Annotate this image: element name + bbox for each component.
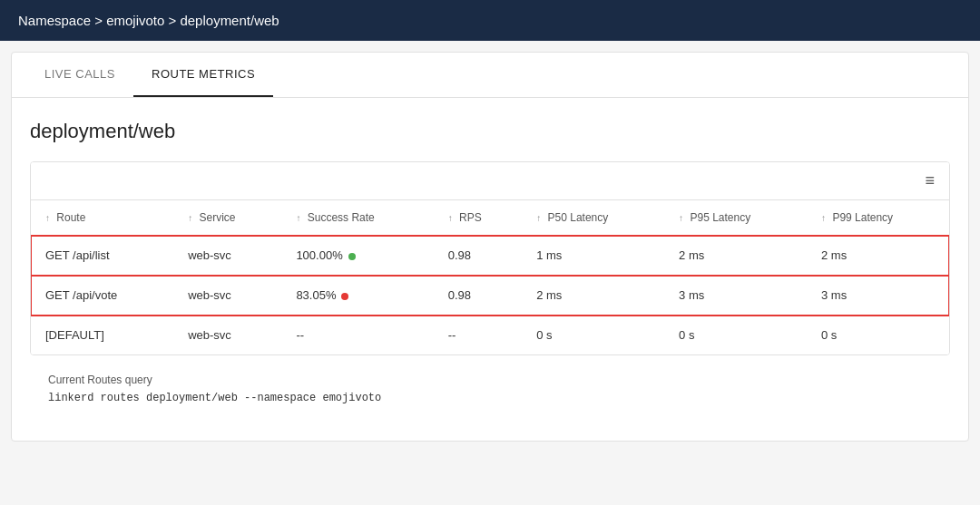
sort-arrow-success-rate: ↑ — [296, 213, 300, 223]
cell-p99: 0 s — [807, 316, 949, 355]
sort-arrow-p95: ↑ — [679, 213, 683, 223]
col-header-success-rate[interactable]: ↑ Success Rate — [281, 200, 433, 236]
filter-icon[interactable]: ≡ — [925, 171, 935, 190]
sort-arrow-p99: ↑ — [821, 213, 826, 223]
cell-p99: 3 ms — [807, 276, 949, 316]
cell-p95: 3 ms — [664, 276, 807, 316]
col-header-rps[interactable]: ↑ RPS — [434, 200, 523, 236]
col-header-p95[interactable]: ↑ P95 Latency — [664, 200, 807, 236]
col-header-p99[interactable]: ↑ P99 Latency — [807, 200, 949, 236]
col-header-route[interactable]: ↑ Route — [31, 200, 173, 236]
status-dot — [348, 253, 356, 260]
cell-service: web-svc — [173, 276, 281, 316]
col-header-p50[interactable]: ↑ P50 Latency — [522, 200, 664, 236]
tab-live-calls[interactable]: LIVE CALLS — [26, 53, 133, 97]
cell-rps: -- — [434, 316, 523, 355]
footer-area: Current Routes query linkerd routes depl… — [30, 355, 950, 419]
cell-p50: 0 s — [522, 316, 664, 355]
breadcrumb-text: Namespace > emojivoto > deployment/web — [18, 13, 279, 28]
cell-p95: 2 ms — [664, 236, 807, 276]
tab-route-metrics[interactable]: ROUTE METRICS — [133, 53, 273, 97]
footer-command: linkerd routes deployment/web --namespac… — [48, 392, 932, 404]
route-metrics-table-container: ≡ ↑ Route ↑ Service ↑ — [30, 161, 950, 355]
table-toolbar: ≡ — [31, 162, 949, 200]
status-dot — [341, 293, 348, 300]
page-title: deployment/web — [30, 120, 950, 143]
route-metrics-table: ↑ Route ↑ Service ↑ Success Rate ↑ — [31, 200, 949, 354]
cell-service: web-svc — [173, 316, 281, 355]
content-area: deployment/web ≡ ↑ Route ↑ Service — [12, 98, 968, 441]
footer-label: Current Routes query — [48, 374, 932, 386]
sort-arrow-route: ↑ — [45, 213, 50, 223]
cell-p50: 1 ms — [522, 236, 664, 276]
sort-arrow-service: ↑ — [188, 213, 192, 223]
table-row[interactable]: GET /api/listweb-svc100.00%0.981 ms2 ms2… — [31, 236, 949, 276]
cell-success-rate: -- — [281, 316, 433, 355]
main-container: LIVE CALLS ROUTE METRICS deployment/web … — [11, 52, 969, 442]
table-row[interactable]: GET /api/voteweb-svc83.05%0.982 ms3 ms3 … — [31, 276, 949, 316]
cell-p99: 2 ms — [807, 236, 949, 276]
breadcrumb: Namespace > emojivoto > deployment/web — [0, 0, 980, 41]
cell-route: GET /api/list — [31, 236, 173, 276]
cell-rps: 0.98 — [434, 236, 523, 276]
cell-route: [DEFAULT] — [31, 316, 173, 355]
cell-service: web-svc — [173, 236, 281, 276]
tab-bar: LIVE CALLS ROUTE METRICS — [12, 53, 968, 98]
cell-route: GET /api/vote — [31, 276, 173, 316]
table-header-row: ↑ Route ↑ Service ↑ Success Rate ↑ — [31, 200, 949, 236]
cell-success-rate: 83.05% — [281, 276, 433, 316]
cell-p95: 0 s — [664, 316, 807, 355]
col-header-service[interactable]: ↑ Service — [173, 200, 281, 236]
sort-arrow-rps: ↑ — [448, 213, 453, 223]
cell-rps: 0.98 — [434, 276, 523, 316]
sort-arrow-p50: ↑ — [536, 213, 541, 223]
cell-success-rate: 100.00% — [281, 236, 433, 276]
cell-p50: 2 ms — [522, 276, 664, 316]
table-row[interactable]: [DEFAULT]web-svc----0 s0 s0 s — [31, 316, 949, 355]
